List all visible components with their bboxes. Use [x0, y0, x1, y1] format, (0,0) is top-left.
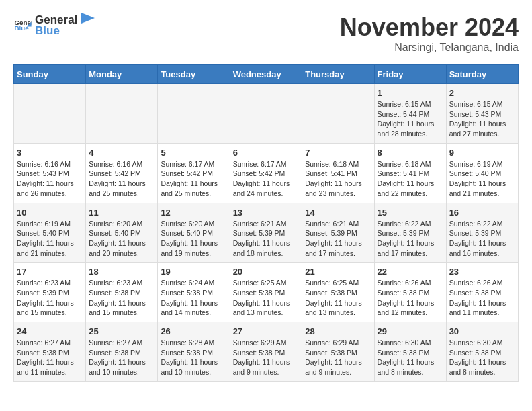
calendar-cell-5-5: 28Sunrise: 6:29 AM Sunset: 5:38 PM Dayli…: [302, 322, 374, 382]
day-info: Sunrise: 6:19 AM Sunset: 5:40 PM Dayligh…: [449, 159, 515, 199]
calendar-cell-1-5: [302, 84, 374, 144]
day-info: Sunrise: 6:30 AM Sunset: 5:38 PM Dayligh…: [378, 338, 443, 377]
calendar-cell-2-5: 7Sunrise: 6:18 AM Sunset: 5:41 PM Daylig…: [302, 143, 374, 203]
calendar-cell-4-3: 19Sunrise: 6:24 AM Sunset: 5:38 PM Dayli…: [158, 263, 230, 322]
location-subtitle: Narsingi, Telangana, India: [340, 42, 519, 54]
header-monday: Monday: [86, 65, 158, 84]
day-number: 26: [161, 326, 226, 336]
day-info: Sunrise: 6:22 AM Sunset: 5:39 PM Dayligh…: [449, 219, 515, 259]
day-number: 27: [233, 326, 300, 336]
day-info: Sunrise: 6:22 AM Sunset: 5:39 PM Dayligh…: [378, 219, 443, 259]
day-info: Sunrise: 6:23 AM Sunset: 5:39 PM Dayligh…: [17, 278, 83, 318]
calendar-cell-4-1: 17Sunrise: 6:23 AM Sunset: 5:39 PM Dayli…: [14, 263, 86, 322]
calendar-week-3: 10Sunrise: 6:19 AM Sunset: 5:40 PM Dayli…: [14, 203, 519, 263]
month-title: November 2024: [340, 13, 519, 42]
day-info: Sunrise: 6:25 AM Sunset: 5:38 PM Dayligh…: [305, 278, 371, 318]
calendar-cell-2-6: 8Sunrise: 6:18 AM Sunset: 5:41 PM Daylig…: [374, 143, 446, 203]
calendar-cell-1-2: [86, 84, 158, 144]
calendar-cell-5-7: 30Sunrise: 6:30 AM Sunset: 5:38 PM Dayli…: [446, 322, 518, 382]
day-number: 18: [89, 267, 154, 277]
calendar-cell-3-5: 14Sunrise: 6:21 AM Sunset: 5:39 PM Dayli…: [302, 203, 374, 263]
day-number: 17: [17, 267, 83, 277]
day-number: 3: [17, 148, 83, 158]
day-info: Sunrise: 6:18 AM Sunset: 5:41 PM Dayligh…: [305, 159, 371, 199]
calendar-cell-4-4: 20Sunrise: 6:25 AM Sunset: 5:38 PM Dayli…: [230, 263, 302, 322]
calendar-cell-4-2: 18Sunrise: 6:23 AM Sunset: 5:38 PM Dayli…: [86, 263, 158, 322]
day-number: 22: [378, 267, 443, 277]
day-info: Sunrise: 6:19 AM Sunset: 5:40 PM Dayligh…: [17, 219, 83, 259]
day-number: 13: [233, 208, 300, 218]
calendar-cell-3-4: 13Sunrise: 6:21 AM Sunset: 5:39 PM Dayli…: [230, 203, 302, 263]
calendar-cell-2-3: 5Sunrise: 6:17 AM Sunset: 5:42 PM Daylig…: [158, 143, 230, 203]
calendar-week-1: 1Sunrise: 6:15 AM Sunset: 5:44 PM Daylig…: [14, 84, 519, 144]
day-number: 23: [449, 267, 515, 277]
calendar-cell-4-7: 23Sunrise: 6:26 AM Sunset: 5:38 PM Dayli…: [446, 263, 518, 322]
day-number: 7: [305, 148, 371, 158]
day-number: 24: [17, 326, 83, 336]
calendar-cell-1-7: 2Sunrise: 6:15 AM Sunset: 5:43 PM Daylig…: [446, 84, 518, 144]
calendar-week-4: 17Sunrise: 6:23 AM Sunset: 5:39 PM Dayli…: [14, 263, 519, 322]
day-number: 5: [161, 148, 226, 158]
day-info: Sunrise: 6:28 AM Sunset: 5:38 PM Dayligh…: [161, 338, 226, 377]
day-number: 12: [161, 208, 226, 218]
header-tuesday: Tuesday: [158, 65, 230, 84]
day-number: 28: [305, 326, 371, 336]
day-info: Sunrise: 6:25 AM Sunset: 5:38 PM Dayligh…: [233, 278, 300, 318]
calendar-cell-1-4: [230, 84, 302, 144]
day-info: Sunrise: 6:26 AM Sunset: 5:38 PM Dayligh…: [449, 278, 515, 318]
day-info: Sunrise: 6:30 AM Sunset: 5:38 PM Dayligh…: [449, 338, 515, 377]
calendar-cell-4-5: 21Sunrise: 6:25 AM Sunset: 5:38 PM Dayli…: [302, 263, 374, 322]
logo-blue: Blue: [35, 24, 77, 38]
header-sunday: Sunday: [14, 65, 86, 84]
logo-icon: General Blue: [13, 16, 32, 35]
day-info: Sunrise: 6:24 AM Sunset: 5:38 PM Dayligh…: [161, 278, 226, 318]
svg-marker-2: [81, 13, 95, 24]
calendar-cell-1-6: 1Sunrise: 6:15 AM Sunset: 5:44 PM Daylig…: [374, 84, 446, 144]
day-info: Sunrise: 6:29 AM Sunset: 5:38 PM Dayligh…: [305, 338, 371, 377]
calendar-cell-4-6: 22Sunrise: 6:26 AM Sunset: 5:38 PM Dayli…: [374, 263, 446, 322]
calendar-cell-5-3: 26Sunrise: 6:28 AM Sunset: 5:38 PM Dayli…: [158, 322, 230, 382]
calendar-cell-1-3: [158, 84, 230, 144]
day-info: Sunrise: 6:16 AM Sunset: 5:42 PM Dayligh…: [89, 159, 154, 199]
calendar-cell-5-6: 29Sunrise: 6:30 AM Sunset: 5:38 PM Dayli…: [374, 322, 446, 382]
header-thursday: Thursday: [302, 65, 374, 84]
calendar-body: 1Sunrise: 6:15 AM Sunset: 5:44 PM Daylig…: [14, 84, 519, 382]
calendar-header: Sunday Monday Tuesday Wednesday Thursday…: [14, 65, 519, 84]
day-info: Sunrise: 6:26 AM Sunset: 5:38 PM Dayligh…: [378, 278, 443, 318]
day-info: Sunrise: 6:17 AM Sunset: 5:42 PM Dayligh…: [161, 159, 226, 199]
day-number: 16: [449, 208, 515, 218]
day-number: 8: [378, 148, 443, 158]
day-number: 21: [305, 267, 371, 277]
day-info: Sunrise: 6:21 AM Sunset: 5:39 PM Dayligh…: [233, 219, 300, 259]
day-info: Sunrise: 6:29 AM Sunset: 5:38 PM Dayligh…: [233, 338, 300, 377]
day-number: 6: [233, 148, 300, 158]
calendar-cell-3-2: 11Sunrise: 6:20 AM Sunset: 5:40 PM Dayli…: [86, 203, 158, 263]
calendar-cell-2-1: 3Sunrise: 6:16 AM Sunset: 5:43 PM Daylig…: [14, 143, 86, 203]
day-number: 1: [378, 88, 443, 98]
day-info: Sunrise: 6:18 AM Sunset: 5:41 PM Dayligh…: [378, 159, 443, 199]
header-saturday: Saturday: [446, 65, 518, 84]
day-number: 20: [233, 267, 300, 277]
svg-text:Blue: Blue: [14, 24, 29, 32]
calendar-cell-3-3: 12Sunrise: 6:20 AM Sunset: 5:40 PM Dayli…: [158, 203, 230, 263]
day-number: 9: [449, 148, 515, 158]
day-number: 10: [17, 208, 83, 218]
logo: General Blue General Blue: [13, 13, 97, 38]
calendar-table: Sunday Monday Tuesday Wednesday Thursday…: [13, 64, 519, 382]
day-info: Sunrise: 6:27 AM Sunset: 5:38 PM Dayligh…: [17, 338, 83, 377]
day-info: Sunrise: 6:23 AM Sunset: 5:38 PM Dayligh…: [89, 278, 154, 318]
calendar-cell-5-1: 24Sunrise: 6:27 AM Sunset: 5:38 PM Dayli…: [14, 322, 86, 382]
calendar-cell-2-7: 9Sunrise: 6:19 AM Sunset: 5:40 PM Daylig…: [446, 143, 518, 203]
calendar-cell-5-4: 27Sunrise: 6:29 AM Sunset: 5:38 PM Dayli…: [230, 322, 302, 382]
calendar-cell-2-2: 4Sunrise: 6:16 AM Sunset: 5:42 PM Daylig…: [86, 143, 158, 203]
day-info: Sunrise: 6:20 AM Sunset: 5:40 PM Dayligh…: [161, 219, 226, 259]
header-row: Sunday Monday Tuesday Wednesday Thursday…: [14, 65, 519, 84]
day-info: Sunrise: 6:15 AM Sunset: 5:43 PM Dayligh…: [449, 99, 515, 139]
day-info: Sunrise: 6:27 AM Sunset: 5:38 PM Dayligh…: [89, 338, 154, 377]
day-number: 14: [305, 208, 371, 218]
calendar-cell-3-7: 16Sunrise: 6:22 AM Sunset: 5:39 PM Dayli…: [446, 203, 518, 263]
day-number: 15: [378, 208, 443, 218]
day-info: Sunrise: 6:17 AM Sunset: 5:42 PM Dayligh…: [233, 159, 300, 199]
calendar-week-2: 3Sunrise: 6:16 AM Sunset: 5:43 PM Daylig…: [14, 143, 519, 203]
calendar-cell-2-4: 6Sunrise: 6:17 AM Sunset: 5:42 PM Daylig…: [230, 143, 302, 203]
